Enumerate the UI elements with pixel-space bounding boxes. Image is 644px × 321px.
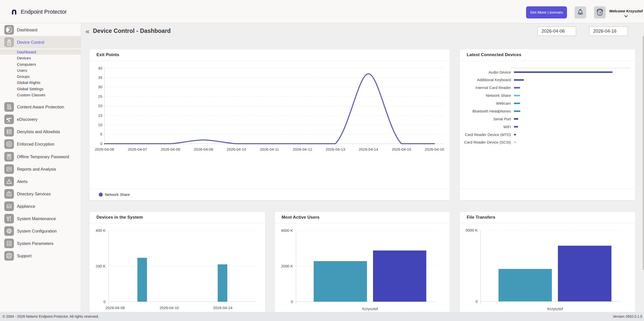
svg-text:Network Share: Network Share	[486, 93, 511, 98]
svg-text:2026-04-07: 2026-04-07	[128, 147, 147, 151]
svg-text:25: 25	[98, 94, 102, 99]
svg-text:2026-04-11: 2026-04-11	[260, 147, 279, 151]
svg-text:2026-04-14: 2026-04-14	[359, 147, 378, 151]
svg-text:Card Reader Device (MTD): Card Reader Device (MTD)	[465, 132, 511, 137]
svg-text:2026-04-06: 2026-04-06	[95, 147, 114, 151]
svg-text:0: 0	[476, 299, 478, 304]
svg-text:2026-04-10: 2026-04-10	[160, 306, 179, 310]
svg-text:2000 K: 2000 K	[281, 264, 293, 268]
svg-text:15: 15	[98, 113, 102, 118]
svg-text:20: 20	[98, 104, 102, 108]
svg-text:35: 35	[98, 75, 102, 80]
svg-text:2026-04-14: 2026-04-14	[213, 306, 233, 310]
svg-text:WiFi: WiFi	[503, 125, 511, 129]
svg-text:Additional Keyboard: Additional Keyboard	[477, 78, 511, 82]
svg-text:40: 40	[98, 66, 102, 70]
svg-text:2026-04-06: 2026-04-06	[106, 306, 125, 310]
svg-text:Bluetooth Headphones: Bluetooth Headphones	[472, 109, 511, 113]
svg-text:Webcam: Webcam	[496, 101, 511, 105]
svg-text:Internal Card Reader: Internal Card Reader	[476, 85, 511, 90]
svg-text:200 K: 200 K	[96, 264, 106, 268]
svg-text:5000 K: 5000 K	[465, 228, 478, 232]
svg-text:2026-04-09: 2026-04-09	[194, 147, 213, 151]
svg-text:Krzysztof: Krzysztof	[547, 307, 563, 311]
svg-text:2026-04-10: 2026-04-10	[227, 147, 246, 151]
svg-text:10: 10	[98, 123, 102, 127]
svg-text:0: 0	[100, 142, 102, 146]
svg-text:0: 0	[291, 300, 293, 304]
svg-text:5: 5	[100, 132, 102, 136]
svg-text:30: 30	[98, 85, 102, 89]
svg-text:400 K: 400 K	[96, 228, 106, 233]
svg-text:2026-04-08: 2026-04-08	[161, 147, 180, 151]
svg-text:4000 K: 4000 K	[281, 228, 293, 233]
svg-text:Card Reader Device (SCSI): Card Reader Device (SCSI)	[464, 140, 511, 144]
svg-text:2026-04-15: 2026-04-15	[392, 147, 411, 151]
svg-text:Audio Device: Audio Device	[489, 70, 511, 74]
svg-text:Krzysztof: Krzysztof	[362, 307, 378, 311]
svg-text:2026-04-12: 2026-04-12	[293, 147, 312, 151]
svg-text:0: 0	[104, 300, 106, 304]
svg-text:2026-04-16: 2026-04-16	[425, 147, 444, 151]
svg-text:Serial Port: Serial Port	[493, 117, 511, 121]
svg-text:2026-04-13: 2026-04-13	[326, 147, 345, 151]
